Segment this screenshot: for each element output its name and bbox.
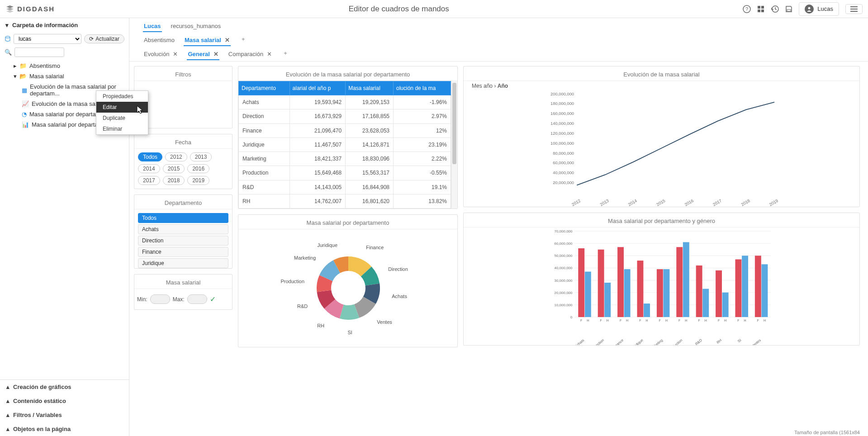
svg-text:2013: 2013	[599, 199, 610, 207]
history-icon[interactable]	[771, 5, 779, 13]
chip-2016[interactable]: 2016	[187, 164, 209, 173]
hamburger-menu[interactable]	[845, 4, 863, 14]
close-icon[interactable]: ✕	[173, 51, 178, 57]
svg-text:2017: 2017	[712, 199, 722, 207]
tab-evolucion[interactable]: Evolución✕	[143, 49, 179, 60]
chip-2018[interactable]: 2018	[163, 176, 185, 185]
table-row[interactable]: R&D14,143,00516,844,90819.1%	[239, 180, 451, 194]
chip-2013[interactable]: 2013	[190, 152, 212, 161]
dept-item[interactable]: Todos	[138, 213, 228, 223]
chart-breadcrumb[interactable]: Mes año › Año	[464, 81, 859, 89]
chevron-down-icon: ▾	[5, 22, 9, 28]
user-menu[interactable]: Lucas	[799, 2, 839, 16]
scrollbar[interactable]	[451, 81, 457, 209]
search-icon[interactable]: 🔍	[5, 49, 12, 56]
min-input[interactable]	[150, 294, 170, 304]
chip-2012[interactable]: 2012	[165, 152, 187, 161]
svg-rect-105	[755, 256, 761, 317]
bar-chart-icon: 📊	[22, 121, 29, 128]
panel-fecha: Fecha Todos20122013201420152016201720182…	[134, 134, 232, 189]
chip-2017[interactable]: 2017	[138, 176, 160, 185]
chevron-right-icon: ›	[494, 83, 496, 89]
svg-text:Production: Production	[281, 279, 305, 284]
check-icon[interactable]: ✓	[210, 295, 216, 303]
tab-general[interactable]: General✕	[187, 49, 219, 60]
svg-text:Ventes: Ventes	[377, 319, 392, 325]
help-icon[interactable]: ?	[743, 5, 751, 13]
datasource-select[interactable]: lucas	[14, 34, 81, 44]
folder-icon: 📁	[19, 62, 27, 69]
add-tab-button[interactable]: +	[281, 49, 290, 60]
add-tab-button[interactable]: +	[239, 35, 248, 46]
sidebar-section-objetos[interactable]: ▴Objetos en la página	[0, 422, 129, 436]
panel-title: Fecha	[134, 134, 232, 149]
chevron-up-icon: ▴	[6, 384, 9, 390]
tab-masa-salarial[interactable]: Masa salarial✕	[184, 35, 231, 46]
grid-icon[interactable]	[757, 5, 764, 13]
svg-rect-8	[761, 9, 764, 12]
table-row[interactable]: Juridique11,467,50714,126,87123.19%	[239, 137, 451, 152]
svg-rect-6	[761, 6, 764, 9]
context-menu-item-duplicate[interactable]: Duplicate	[96, 113, 148, 123]
app-logo: DIGDASH	[5, 5, 55, 14]
table-header[interactable]: olución de la ma	[394, 81, 451, 95]
sidebar-header[interactable]: ▾ Carpeta de información	[0, 18, 129, 32]
save-icon[interactable]	[785, 5, 792, 13]
dept-item[interactable]: Juridique	[138, 258, 228, 268]
sidebar-section-graficos[interactable]: ▴Creación de gráficos	[0, 380, 129, 394]
panel-title: Masa salarial por departamento	[238, 215, 457, 229]
svg-rect-80	[657, 269, 663, 317]
table-row[interactable]: Production15,649,46815,563,317-0.55%	[239, 166, 451, 180]
table-row[interactable]: Marketing18,421,33718,830,0962.22%	[239, 152, 451, 166]
sidebar-section-filtros[interactable]: ▴Filtros / Variables	[0, 408, 129, 422]
context-menu-item-eliminar[interactable]: Eliminar	[96, 123, 148, 134]
line-chart-icon: 📈	[22, 100, 29, 107]
sidebar-section-estatico[interactable]: ▴Contenido estático	[0, 394, 129, 408]
max-input[interactable]	[187, 294, 207, 304]
tab-absentismo[interactable]: Absentismo	[143, 35, 175, 46]
tree-folder-absentismo[interactable]: ▸ 📁 Absentismo	[0, 61, 129, 71]
panel-title: Masa salarial por departamento y género	[464, 213, 859, 227]
data-table: Departamentoalarial del año pMasa salari…	[238, 81, 451, 209]
panel-tabla: Evolución de la masa salarial por depart…	[238, 66, 458, 209]
svg-marker-2	[6, 10, 14, 13]
context-menu-item-editar[interactable]: Editar	[96, 102, 148, 113]
tab-recursos[interactable]: recursos_humanos	[170, 21, 222, 32]
sidebar-search-input[interactable]	[14, 47, 64, 57]
close-icon[interactable]: ✕	[225, 37, 230, 43]
close-icon[interactable]: ✕	[213, 51, 218, 57]
panel-title: Departamento	[134, 195, 232, 209]
table-header[interactable]: Masa salarial	[346, 81, 394, 95]
svg-text:2019: 2019	[768, 199, 779, 207]
panel-line: Evolución de la masa salarial Mes año › …	[463, 66, 860, 207]
table-row[interactable]: Direction16,673,92917,168,8552.97%	[239, 109, 451, 123]
tab-comparacion[interactable]: Comparación✕	[228, 49, 273, 60]
table-header[interactable]: Departamento	[239, 81, 290, 95]
svg-text:20,000,000: 20,000,000	[553, 180, 574, 185]
svg-text:Juridique: Juridique	[630, 338, 644, 345]
tab-lucas[interactable]: Lucas	[143, 21, 162, 32]
table-header[interactable]: alarial del año p	[289, 81, 346, 95]
panel-filtros: Filtros	[134, 66, 232, 128]
folder-open-icon: 📂	[19, 73, 27, 80]
svg-text:50,000,000: 50,000,000	[554, 254, 573, 258]
svg-text:Marketing: Marketing	[649, 338, 664, 345]
chip-2015[interactable]: 2015	[163, 164, 185, 173]
context-menu-item-propiedades[interactable]: Propiedades	[96, 91, 148, 102]
dept-item[interactable]: Direction	[138, 236, 228, 246]
close-icon[interactable]: ✕	[267, 51, 272, 57]
table-row[interactable]: RH14,762,00716,801,62013.82%	[239, 194, 451, 208]
svg-text:F: F	[659, 319, 661, 322]
chip-2019[interactable]: 2019	[187, 176, 209, 185]
tree-folder-masa-salarial[interactable]: ▾ 📂 Masa salarial	[0, 71, 129, 81]
chip-todos[interactable]: Todos	[138, 152, 162, 161]
table-row[interactable]: Finance21,096,47023,628,05312%	[239, 123, 451, 137]
dept-item[interactable]: Finance	[138, 247, 228, 257]
chip-2014[interactable]: 2014	[138, 164, 160, 173]
svg-rect-75	[637, 261, 644, 317]
svg-text:2018: 2018	[740, 199, 751, 207]
svg-text:Finance: Finance	[366, 245, 384, 250]
refresh-button[interactable]: ⟳ Actualizar	[84, 34, 124, 43]
dept-item[interactable]: Achats	[138, 224, 228, 234]
table-row[interactable]: Achats19,593,94219,209,153-1.96%	[239, 95, 451, 109]
